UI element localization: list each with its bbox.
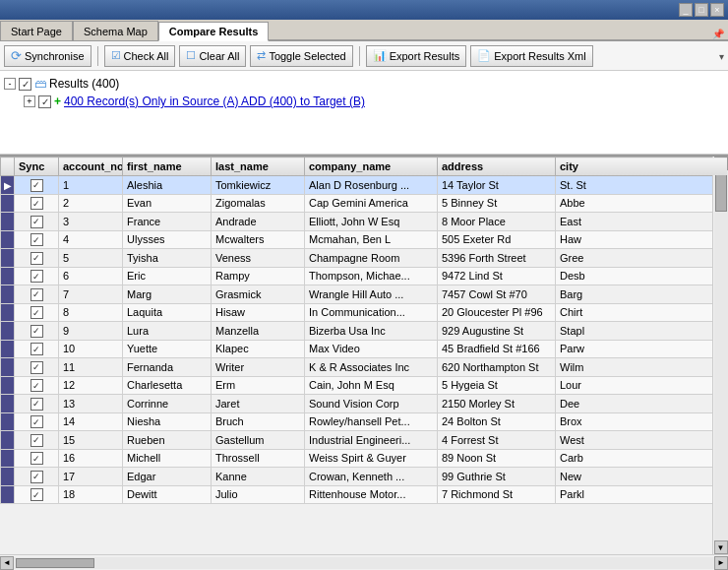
tab-compare-results[interactable]: Compare Results — [158, 22, 269, 41]
cell-address: 5 Hygeia St — [438, 376, 556, 395]
scroll-thumb[interactable] — [715, 172, 727, 212]
sync-checkbox-cell[interactable] — [15, 194, 59, 213]
table-row[interactable]: 15RuebenGastellumIndustrial Engineeri...… — [1, 431, 728, 450]
scroll-right-button[interactable]: ► — [714, 556, 728, 570]
cell-city: Stapl — [556, 322, 728, 341]
close-button[interactable]: × — [710, 3, 724, 17]
table-row[interactable]: 4UlyssesMcwaltersMcmahan, Ben L505 Exete… — [1, 230, 728, 249]
sync-checkbox[interactable] — [30, 434, 43, 447]
tab-schema-map[interactable]: Schema Map — [73, 21, 158, 40]
table-row[interactable]: 5TyishaVenessChampagne Room5396 Forth St… — [1, 249, 728, 268]
minimize-button[interactable]: _ — [679, 3, 693, 17]
sync-checkbox-cell[interactable] — [15, 431, 59, 450]
sync-checkbox-cell[interactable] — [15, 376, 59, 395]
export-xml-icon: 📄 — [477, 49, 491, 62]
header-last-name[interactable]: last_name — [212, 158, 305, 176]
table-row[interactable]: 13CorrinneJaretSound Vision Corp2150 Mor… — [1, 395, 728, 413]
cell-address: 99 Guthrie St — [438, 468, 556, 486]
cell-city: Lour — [556, 376, 728, 395]
hscroll-thumb[interactable] — [16, 558, 94, 568]
sync-checkbox-cell[interactable] — [15, 249, 59, 268]
sync-checkbox[interactable] — [30, 325, 43, 338]
hscroll-track[interactable] — [14, 557, 714, 569]
export-results-button[interactable]: 📊 Export Results — [366, 45, 467, 67]
scroll-down-button[interactable]: ▼ — [714, 540, 728, 554]
maximize-button[interactable]: □ — [695, 3, 708, 17]
table-row[interactable]: 11FernandaWriterK & R Associates Inc620 … — [1, 358, 728, 377]
header-city[interactable]: city — [556, 158, 728, 176]
sync-checkbox-cell[interactable] — [15, 358, 59, 377]
tree-child-checkbox[interactable] — [38, 95, 51, 108]
cell-account-no: 13 — [59, 395, 123, 413]
table-row[interactable]: 12CharlesettaErmCain, John M Esq5 Hygeia… — [1, 376, 728, 395]
table-row[interactable]: 7MargGrasmickWrangle Hill Auto ...7457 C… — [1, 285, 728, 304]
sync-checkbox[interactable] — [30, 288, 43, 301]
table-row[interactable]: 3FranceAndradeElliott, John W Esq8 Moor … — [1, 213, 728, 231]
table-row[interactable]: 6EricRampyThompson, Michae...9472 Lind S… — [1, 267, 728, 285]
synchronise-button[interactable]: ⟳ Synchronise — [4, 45, 91, 67]
sync-checkbox-cell[interactable] — [15, 395, 59, 413]
sync-checkbox[interactable] — [30, 216, 43, 228]
sync-checkbox-cell[interactable] — [15, 267, 59, 285]
sync-checkbox[interactable] — [30, 270, 43, 283]
data-table-wrapper[interactable]: Sync account_no first_name last_name com… — [0, 155, 728, 554]
toggle-selected-button[interactable]: ⇄ Toggle Selected — [250, 45, 352, 67]
table-row[interactable]: 9LuraManzellaBizerba Usa Inc929 Augustin… — [1, 322, 728, 341]
sync-checkbox[interactable] — [30, 379, 43, 392]
table-row[interactable]: 18DewittJulioRittenhouse Motor...7 Richm… — [1, 485, 728, 504]
sync-checkbox[interactable] — [30, 306, 43, 319]
table-row[interactable]: 17EdgarKanneCrowan, Kenneth ...99 Guthri… — [1, 468, 728, 486]
header-company-name[interactable]: company_name — [305, 158, 438, 176]
sync-checkbox-cell[interactable] — [15, 485, 59, 504]
sync-checkbox-cell[interactable] — [15, 468, 59, 486]
table-row[interactable]: 10YuetteKlapecMax Video45 Bradfield St #… — [1, 340, 728, 358]
sync-checkbox[interactable] — [30, 471, 43, 483]
sync-checkbox-cell[interactable] — [15, 340, 59, 358]
sync-checkbox-cell[interactable] — [15, 322, 59, 341]
header-sync[interactable]: Sync — [15, 158, 59, 176]
cell-first-name: Niesha — [123, 412, 212, 431]
vertical-scrollbar[interactable]: ▲ ▼ — [712, 157, 728, 554]
tree-expand-child[interactable]: + — [24, 95, 35, 107]
sync-checkbox[interactable] — [30, 361, 43, 374]
sync-checkbox[interactable] — [30, 343, 43, 355]
sync-checkbox-cell[interactable] — [15, 449, 59, 468]
sync-checkbox-cell[interactable] — [15, 412, 59, 431]
tab-pin-icon[interactable]: 📌 — [712, 29, 724, 39]
window-controls[interactable]: _ □ × — [679, 3, 724, 17]
sync-checkbox[interactable] — [30, 452, 43, 465]
tree-root-checkbox[interactable] — [19, 78, 31, 91]
sync-checkbox[interactable] — [30, 197, 43, 210]
check-all-button[interactable]: ☑ Check All — [104, 45, 176, 67]
sync-checkbox-cell[interactable] — [15, 303, 59, 322]
clear-all-button[interactable]: ☐ Clear All — [179, 45, 246, 67]
table-row[interactable]: ▶1AleshiaTomkiewiczAlan D Rosenburg ...1… — [1, 176, 728, 195]
dropdown-toggle-icon[interactable]: ▾ — [719, 51, 724, 62]
header-first-name[interactable]: first_name — [123, 158, 212, 176]
scroll-left-button[interactable]: ◄ — [0, 556, 14, 570]
tab-start-page[interactable]: Start Page — [0, 21, 73, 40]
sync-checkbox[interactable] — [30, 233, 43, 246]
cell-account-no: 1 — [59, 176, 123, 195]
sync-checkbox-cell[interactable] — [15, 176, 59, 195]
table-row[interactable]: 8LaquitaHisawIn Communication...20 Glouc… — [1, 303, 728, 322]
scroll-track[interactable] — [714, 170, 728, 540]
sync-checkbox[interactable] — [30, 398, 43, 411]
sync-checkbox-cell[interactable] — [15, 285, 59, 304]
export-results-xml-button[interactable]: 📄 Export Results Xml — [470, 45, 593, 67]
sync-checkbox[interactable] — [30, 415, 43, 428]
tree-expand-root[interactable]: - — [4, 78, 16, 90]
tree-child-label[interactable]: 400 Record(s) Only in Source (A) ADD (40… — [64, 95, 365, 108]
sync-checkbox-cell[interactable] — [15, 213, 59, 231]
sync-checkbox-cell[interactable] — [15, 230, 59, 249]
sync-checkbox[interactable] — [30, 179, 43, 192]
sync-checkbox[interactable] — [30, 252, 43, 265]
horizontal-scrollbar[interactable]: ◄ ► — [0, 554, 728, 570]
table-row[interactable]: 16MichellThrossellWeiss Spirt & Guyer89 … — [1, 449, 728, 468]
cell-last-name: Klapec — [212, 340, 305, 358]
table-row[interactable]: 2EvanZigomalasCap Gemini America5 Binney… — [1, 194, 728, 213]
table-row[interactable]: 14NieshaBruchRowley/hansell Pet...24 Bol… — [1, 412, 728, 431]
sync-checkbox[interactable] — [30, 488, 43, 501]
header-address[interactable]: address — [438, 158, 556, 176]
header-account-no[interactable]: account_no — [59, 158, 123, 176]
